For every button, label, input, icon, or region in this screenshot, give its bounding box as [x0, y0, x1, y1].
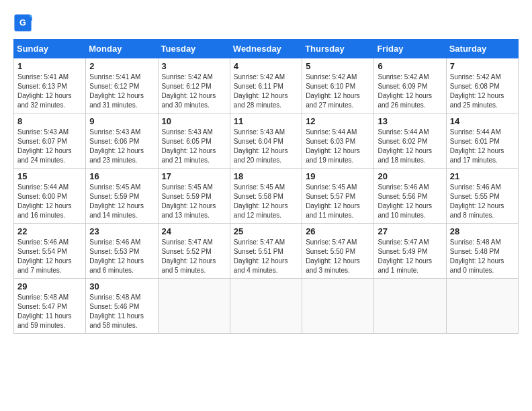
day-info: Sunrise: 5:46 AM Sunset: 5:55 PM Dayligh… — [450, 183, 515, 220]
day-info: Sunrise: 5:44 AM Sunset: 6:00 PM Dayligh… — [17, 183, 82, 220]
day-info: Sunrise: 5:43 AM Sunset: 6:07 PM Dayligh… — [17, 128, 82, 165]
week-row-2: 8Sunrise: 5:43 AM Sunset: 6:07 PM Daylig… — [14, 113, 519, 169]
day-cell: 1Sunrise: 5:41 AM Sunset: 6:13 PM Daylig… — [14, 58, 86, 113]
day-info: Sunrise: 5:45 AM Sunset: 5:59 PM Dayligh… — [89, 183, 154, 220]
day-number: 23 — [89, 226, 154, 236]
day-cell: 6Sunrise: 5:42 AM Sunset: 6:09 PM Daylig… — [374, 58, 446, 113]
day-info: Sunrise: 5:44 AM Sunset: 6:02 PM Dayligh… — [378, 128, 442, 165]
day-cell: 4Sunrise: 5:42 AM Sunset: 6:11 PM Daylig… — [230, 58, 302, 113]
day-info: Sunrise: 5:48 AM Sunset: 5:46 PM Dayligh… — [89, 293, 154, 330]
day-number: 5 — [306, 61, 370, 71]
day-cell: 8Sunrise: 5:43 AM Sunset: 6:07 PM Daylig… — [14, 113, 86, 169]
day-info: Sunrise: 5:46 AM Sunset: 5:56 PM Dayligh… — [378, 183, 442, 220]
day-info: Sunrise: 5:44 AM Sunset: 6:01 PM Dayligh… — [450, 128, 515, 165]
header-cell-tuesday: Tuesday — [158, 40, 230, 58]
day-info: Sunrise: 5:41 AM Sunset: 6:12 PM Dayligh… — [89, 73, 154, 110]
day-cell: 17Sunrise: 5:45 AM Sunset: 5:59 PM Dayli… — [158, 169, 230, 224]
day-cell: 15Sunrise: 5:44 AM Sunset: 6:00 PM Dayli… — [14, 169, 86, 224]
day-cell: 14Sunrise: 5:44 AM Sunset: 6:01 PM Dayli… — [446, 113, 518, 169]
day-number: 24 — [162, 226, 226, 236]
day-cell: 9Sunrise: 5:43 AM Sunset: 6:06 PM Daylig… — [86, 113, 158, 169]
day-number: 12 — [306, 116, 370, 126]
day-number: 2 — [89, 61, 154, 71]
day-number: 8 — [17, 116, 82, 126]
day-cell: 3Sunrise: 5:42 AM Sunset: 6:12 PM Daylig… — [158, 58, 230, 113]
day-number: 14 — [450, 116, 515, 126]
week-row-1: 1Sunrise: 5:41 AM Sunset: 6:13 PM Daylig… — [14, 58, 519, 113]
day-cell — [374, 279, 446, 334]
day-cell: 27Sunrise: 5:47 AM Sunset: 5:49 PM Dayli… — [374, 224, 446, 279]
day-cell: 13Sunrise: 5:44 AM Sunset: 6:02 PM Dayli… — [374, 113, 446, 169]
day-cell: 22Sunrise: 5:46 AM Sunset: 5:54 PM Dayli… — [14, 224, 86, 279]
day-info: Sunrise: 5:48 AM Sunset: 5:47 PM Dayligh… — [17, 293, 82, 330]
header-cell-saturday: Saturday — [446, 40, 518, 58]
day-info: Sunrise: 5:42 AM Sunset: 6:09 PM Dayligh… — [378, 73, 442, 110]
day-number: 19 — [306, 171, 370, 181]
day-info: Sunrise: 5:44 AM Sunset: 6:03 PM Dayligh… — [306, 128, 370, 165]
calendar-header: SundayMondayTuesdayWednesdayThursdayFrid… — [14, 40, 519, 58]
day-number: 17 — [162, 171, 226, 181]
day-cell — [158, 279, 230, 334]
day-cell: 2Sunrise: 5:41 AM Sunset: 6:12 PM Daylig… — [86, 58, 158, 113]
week-row-3: 15Sunrise: 5:44 AM Sunset: 6:00 PM Dayli… — [14, 169, 519, 224]
day-cell — [230, 279, 302, 334]
day-info: Sunrise: 5:43 AM Sunset: 6:04 PM Dayligh… — [234, 128, 298, 165]
day-info: Sunrise: 5:45 AM Sunset: 5:57 PM Dayligh… — [306, 183, 370, 220]
day-number: 10 — [162, 116, 226, 126]
day-cell: 18Sunrise: 5:45 AM Sunset: 5:58 PM Dayli… — [230, 169, 302, 224]
day-number: 11 — [234, 116, 298, 126]
day-number: 29 — [17, 281, 82, 291]
header-cell-wednesday: Wednesday — [230, 40, 302, 58]
week-row-5: 29Sunrise: 5:48 AM Sunset: 5:47 PM Dayli… — [14, 279, 519, 334]
day-cell: 21Sunrise: 5:46 AM Sunset: 5:55 PM Dayli… — [446, 169, 518, 224]
day-cell: 26Sunrise: 5:47 AM Sunset: 5:50 PM Dayli… — [302, 224, 374, 279]
day-cell: 30Sunrise: 5:48 AM Sunset: 5:46 PM Dayli… — [86, 279, 158, 334]
day-cell: 11Sunrise: 5:43 AM Sunset: 6:04 PM Dayli… — [230, 113, 302, 169]
logo: G — [13, 13, 35, 32]
day-number: 28 — [450, 226, 515, 236]
day-number: 30 — [89, 281, 154, 291]
day-info: Sunrise: 5:47 AM Sunset: 5:49 PM Dayligh… — [378, 238, 442, 275]
day-number: 16 — [89, 171, 154, 181]
day-info: Sunrise: 5:46 AM Sunset: 5:54 PM Dayligh… — [17, 238, 82, 275]
day-cell: 7Sunrise: 5:42 AM Sunset: 6:08 PM Daylig… — [446, 58, 518, 113]
svg-text:G: G — [19, 18, 26, 28]
day-cell: 20Sunrise: 5:46 AM Sunset: 5:56 PM Dayli… — [374, 169, 446, 224]
day-number: 3 — [162, 61, 226, 71]
day-info: Sunrise: 5:47 AM Sunset: 5:51 PM Dayligh… — [234, 238, 298, 275]
header-cell-monday: Monday — [86, 40, 158, 58]
logo-icon: G — [13, 13, 32, 32]
day-cell: 5Sunrise: 5:42 AM Sunset: 6:10 PM Daylig… — [302, 58, 374, 113]
day-number: 13 — [378, 116, 442, 126]
day-cell: 25Sunrise: 5:47 AM Sunset: 5:51 PM Dayli… — [230, 224, 302, 279]
day-info: Sunrise: 5:45 AM Sunset: 5:58 PM Dayligh… — [234, 183, 298, 220]
day-info: Sunrise: 5:43 AM Sunset: 6:06 PM Dayligh… — [89, 128, 154, 165]
week-row-4: 22Sunrise: 5:46 AM Sunset: 5:54 PM Dayli… — [14, 224, 519, 279]
day-cell: 24Sunrise: 5:47 AM Sunset: 5:52 PM Dayli… — [158, 224, 230, 279]
day-number: 22 — [17, 226, 82, 236]
day-number: 4 — [234, 61, 298, 71]
day-cell: 19Sunrise: 5:45 AM Sunset: 5:57 PM Dayli… — [302, 169, 374, 224]
header-cell-thursday: Thursday — [302, 40, 374, 58]
calendar-body: 1Sunrise: 5:41 AM Sunset: 6:13 PM Daylig… — [14, 58, 519, 334]
day-cell: 12Sunrise: 5:44 AM Sunset: 6:03 PM Dayli… — [302, 113, 374, 169]
day-cell: 29Sunrise: 5:48 AM Sunset: 5:47 PM Dayli… — [14, 279, 86, 334]
day-number: 26 — [306, 226, 370, 236]
day-cell: 10Sunrise: 5:43 AM Sunset: 6:05 PM Dayli… — [158, 113, 230, 169]
day-cell: 28Sunrise: 5:48 AM Sunset: 5:48 PM Dayli… — [446, 224, 518, 279]
day-number: 1 — [17, 61, 82, 71]
day-info: Sunrise: 5:45 AM Sunset: 5:59 PM Dayligh… — [162, 183, 226, 220]
day-number: 9 — [89, 116, 154, 126]
day-number: 7 — [450, 61, 515, 71]
day-info: Sunrise: 5:42 AM Sunset: 6:11 PM Dayligh… — [234, 73, 298, 110]
header-row: SundayMondayTuesdayWednesdayThursdayFrid… — [14, 40, 519, 58]
day-number: 20 — [378, 171, 442, 181]
header-cell-friday: Friday — [374, 40, 446, 58]
day-info: Sunrise: 5:43 AM Sunset: 6:05 PM Dayligh… — [162, 128, 226, 165]
day-cell — [302, 279, 374, 334]
day-info: Sunrise: 5:42 AM Sunset: 6:10 PM Dayligh… — [306, 73, 370, 110]
header: G — [13, 13, 519, 32]
day-info: Sunrise: 5:42 AM Sunset: 6:08 PM Dayligh… — [450, 73, 515, 110]
day-info: Sunrise: 5:41 AM Sunset: 6:13 PM Dayligh… — [17, 73, 82, 110]
day-info: Sunrise: 5:46 AM Sunset: 5:53 PM Dayligh… — [89, 238, 154, 275]
